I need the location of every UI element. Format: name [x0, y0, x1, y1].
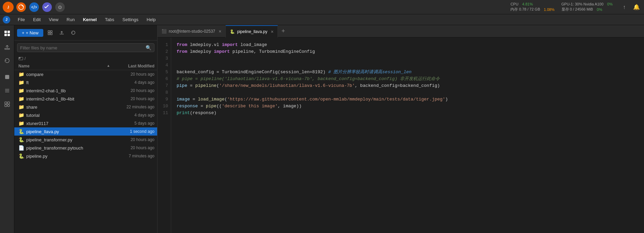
file-row[interactable]: 📁 ft 4 days ago — [14, 78, 157, 87]
tab-add-button[interactable]: + — [278, 28, 288, 35]
svg-rect-8 — [5, 48, 10, 49]
file-modified: 20 hours ago — [110, 137, 154, 142]
code-token: 'describe this image' — [222, 103, 278, 110]
cpu-label: CPU — [510, 2, 518, 6]
upload-button[interactable] — [45, 28, 55, 37]
gpu-value: 0% — [607, 2, 613, 6]
code-token: = — [187, 82, 195, 90]
folder-icon: 📁 — [18, 96, 24, 102]
code-token: # 图片分辨率较高时请调高session_len — [328, 69, 411, 76]
code-token: from — [177, 48, 187, 56]
menu-help[interactable]: Help — [143, 16, 159, 23]
tab-bar: ⬛ root@intern-studio-02537 × 🐍 pipeline_… — [158, 25, 644, 37]
system-bar: J ⊙ CPU 4.81% 内存 0.78 / 72 GB 1.08% GPU- — [0, 0, 644, 14]
sidebar-puzzle-icon[interactable] — [2, 99, 13, 110]
code-line: from lmdeploy import pipeline, Turbomind… — [177, 48, 639, 55]
menu-file[interactable]: File — [14, 16, 28, 23]
code-lines[interactable]: from lmdeploy.vl import load_imagefrom l… — [171, 37, 644, 233]
refresh-button[interactable] — [69, 28, 78, 37]
code-line: pipe = pipeline('/share/new_models/liuha… — [177, 82, 639, 89]
vram-value: 0% — [597, 7, 602, 12]
code-token: load_image — [238, 42, 267, 49]
svg-rect-7 — [8, 34, 10, 36]
line-number: 1 — [162, 42, 168, 48]
file-row[interactable]: 📄 pipeline_transformer.pytouch 20 hours … — [14, 144, 157, 152]
code-line: from lmdeploy.vl import load_image — [177, 42, 639, 48]
file-name: pipeline_transformer.py — [26, 137, 110, 142]
file-modified: 1 second ago — [110, 129, 154, 134]
svg-rect-9 — [5, 75, 9, 79]
file-row[interactable]: 🐍 pipeline_transformer.py 20 hours ago — [14, 136, 157, 144]
menu-run[interactable]: Run — [63, 16, 78, 23]
breadcrumb-path: / — [25, 56, 26, 61]
jupyter-logo: J — [3, 16, 10, 24]
file-icon: 📄 — [18, 145, 24, 151]
code-icon[interactable] — [29, 2, 39, 12]
svg-rect-13 — [5, 102, 7, 104]
svg-rect-4 — [4, 31, 7, 33]
file-row[interactable]: 📁 xtuner0117 5 days ago — [14, 119, 157, 127]
file-name: internlm2-chat-1_8b — [26, 88, 110, 93]
search-input[interactable] — [20, 45, 146, 50]
search-bar[interactable]: 🔍 — [17, 43, 154, 52]
sidebar-list-icon[interactable] — [2, 85, 13, 96]
svg-rect-21 — [19, 57, 20, 59]
menu-kernel[interactable]: Kernel — [79, 16, 100, 23]
line-number: 5 — [162, 69, 168, 76]
swirl-icon[interactable] — [16, 2, 26, 12]
line-number: 8 — [162, 89, 168, 96]
line-number: 6 — [162, 76, 168, 82]
file-row[interactable]: 🐍 pipeline.py 7 minutes ago — [14, 152, 157, 160]
compass-icon[interactable]: ⊙ — [55, 2, 65, 12]
code-token: load_image — [198, 96, 224, 103]
upload-icon[interactable]: ↑ — [619, 2, 629, 12]
menu-view[interactable]: View — [45, 16, 62, 23]
search-icon: 🔍 — [146, 45, 151, 50]
folder-icon: 📁 — [18, 88, 24, 93]
sidebar-files-icon[interactable] — [2, 28, 13, 39]
file-row[interactable]: 🐍 pipeline_llava.py 1 second ago — [14, 127, 157, 136]
line-number: 9 — [162, 96, 168, 103]
sidebar-icons — [0, 25, 14, 233]
sidebar-upload-icon[interactable] — [2, 42, 13, 52]
code-line: # pipe = pipeline('liuhaotian/llava-v1.6… — [177, 76, 639, 82]
svg-rect-6 — [4, 34, 7, 36]
tab-pipeline-llava[interactable]: 🐍 pipeline_llava.py × — [226, 25, 278, 37]
file-list: 📁 compare 20 hours ago 📁 ft 4 days ago 📁… — [14, 70, 157, 233]
line-number: 3 — [162, 55, 168, 62]
svg-text:J: J — [7, 5, 9, 9]
sidebar-stop-icon[interactable] — [2, 72, 13, 82]
code-line — [177, 62, 639, 69]
menu-settings[interactable]: Settings — [119, 16, 142, 23]
new-button[interactable]: + + New — [17, 29, 43, 37]
code-token: backend_config = TurbomindEngineConfig(s… — [177, 69, 328, 76]
code-token: pipeline — [195, 82, 216, 90]
file-row[interactable]: 📁 compare 20 hours ago — [14, 70, 157, 78]
menu-edit[interactable]: Edit — [30, 16, 44, 23]
tab-terminal[interactable]: ⬛ root@intern-studio-02537 × — [158, 25, 226, 37]
file-name: pipeline_llava.py — [26, 129, 110, 134]
code-token: pipe — [177, 82, 187, 90]
file-row[interactable]: 📁 share 22 minutes ago — [14, 103, 157, 111]
code-area: 1234567891011 from lmdeploy.vl import lo… — [158, 37, 644, 233]
svg-rect-18 — [50, 31, 52, 32]
svg-rect-19 — [48, 33, 50, 35]
file-row[interactable]: 📁 tutorial 4 days ago — [14, 111, 157, 119]
bell-icon[interactable]: 🔔 — [632, 2, 641, 12]
tab-terminal-close[interactable]: × — [219, 29, 221, 34]
code-token: image — [177, 96, 190, 103]
file-row[interactable]: 📁 internlm2-chat-1_8b-4bit 20 hours ago — [14, 95, 157, 103]
code-token: '/share/new_models/liuhaotian/llava-v1.6… — [219, 82, 355, 90]
folder-upload-button[interactable] — [57, 28, 66, 37]
menu-tabs[interactable]: Tabs — [102, 16, 118, 23]
svg-line-3 — [34, 5, 34, 9]
file-name: share — [26, 105, 110, 110]
code-token: lmdeploy — [187, 48, 214, 56]
tab-pipeline-llava-close[interactable]: × — [271, 29, 273, 34]
sidebar-refresh-icon[interactable] — [2, 55, 13, 66]
code-token: print — [177, 110, 190, 117]
vscode-icon[interactable] — [42, 2, 52, 12]
main-content: + + New 🔍 / Name ▲ Last Modified — [0, 25, 644, 233]
file-row[interactable]: 📁 internlm2-chat-1_8b 20 hours ago — [14, 87, 157, 95]
tab-pipeline-llava-label: pipeline_llava.py — [237, 29, 267, 34]
